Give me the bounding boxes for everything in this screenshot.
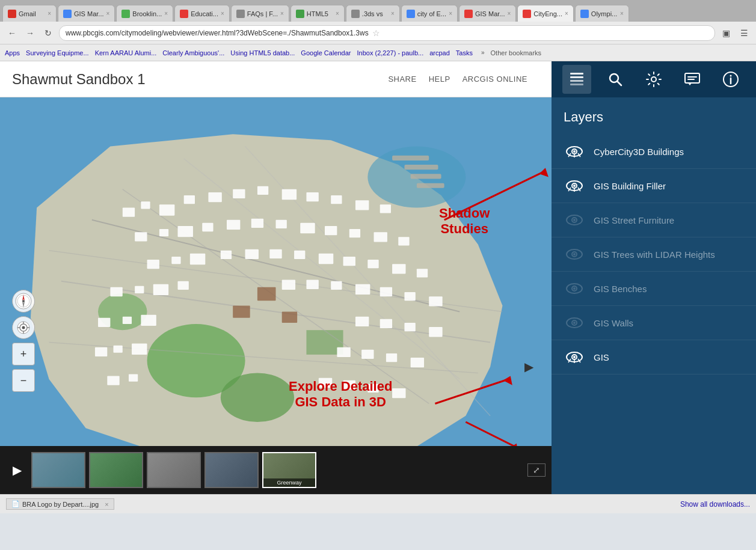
tab-icon-cityofe — [407, 10, 415, 18]
svg-point-137 — [573, 219, 576, 221]
layer-gis-trees[interactable]: GIS Trees with LIDAR Heights — [552, 237, 756, 272]
eye-icon-gis[interactable] — [564, 346, 585, 368]
svg-point-140 — [573, 253, 576, 255]
extensions-button[interactable]: ▣ — [719, 26, 733, 40]
tab-close-gismar2[interactable]: × — [505, 10, 511, 17]
tab-close-cityofe[interactable]: × — [446, 10, 452, 17]
layer-gis[interactable]: GIS — [552, 340, 756, 374]
settings-toolbar-button[interactable] — [639, 65, 668, 94]
bookmark-arcpad[interactable]: arcpad — [429, 49, 450, 57]
zoom-out-button[interactable]: − — [12, 369, 35, 392]
compass-button[interactable] — [12, 290, 35, 313]
flythrough-button[interactable] — [12, 316, 35, 339]
svg-rect-43 — [269, 249, 281, 258]
tab-close-brooklin[interactable]: × — [162, 10, 168, 17]
arcgis-link[interactable]: ARCGIS ONLINE — [463, 75, 527, 84]
tab-3dsvs[interactable]: .3ds vs × — [346, 5, 400, 22]
layer-name-gis-walls: GIS Walls — [594, 318, 633, 328]
map-area[interactable]: ShadowStudies Explore DetailedGIS Data i… — [0, 97, 552, 446]
eye-icon-gis-building-filler[interactable] — [564, 175, 585, 197]
bookmark-tasks[interactable]: Tasks — [456, 49, 473, 57]
menu-button[interactable]: ☰ — [737, 26, 751, 40]
tab-gismar2[interactable]: GIS Mar... × — [459, 5, 516, 22]
layer-gis-benches[interactable]: GIS Benches — [552, 272, 756, 306]
tab-close-gmail[interactable]: × — [45, 10, 51, 17]
play-button[interactable]: ▶ — [6, 459, 28, 481]
tab-close-html5[interactable]: × — [333, 10, 339, 17]
page-title: Shawmut Sandbox 1 — [12, 71, 388, 88]
layer-gis-walls[interactable]: GIS Walls — [552, 306, 756, 340]
zoom-in-button[interactable]: + — [12, 343, 35, 365]
tab-brooklin[interactable]: Brooklin... × — [116, 5, 173, 22]
thumbnail-2[interactable] — [89, 452, 143, 488]
svg-rect-18 — [208, 192, 221, 202]
tab-faqs[interactable]: FAQs | F... × — [231, 5, 289, 22]
svg-rect-52 — [153, 284, 168, 295]
download-file[interactable]: 📄 BRA Logo by Depart....jpg × — [6, 498, 114, 510]
eye-icon-gis-trees[interactable] — [564, 243, 585, 265]
svg-rect-26 — [135, 232, 147, 241]
svg-point-146 — [573, 322, 576, 324]
eye-icon-gis-benches[interactable] — [564, 278, 585, 299]
svg-rect-71 — [337, 347, 350, 357]
fullscreen-button[interactable]: ⤢ — [527, 463, 545, 477]
layers-toolbar-button[interactable] — [562, 65, 591, 94]
svg-rect-44 — [294, 251, 305, 259]
bookmark-inbox[interactable]: Inbox (2,227) - paulb... — [357, 49, 424, 57]
thumbnail-1[interactable] — [31, 452, 85, 488]
tab-close-olympi[interactable]: × — [618, 10, 624, 17]
svg-point-3 — [221, 373, 294, 422]
tab-cityeng[interactable]: CityEng... × — [517, 5, 574, 22]
tab-icon-educati — [180, 10, 188, 18]
tab-close-3dsvs[interactable]: × — [389, 10, 395, 17]
bookmark-other[interactable]: Other bookmarks — [491, 49, 541, 57]
tab-icon-cityeng — [523, 10, 531, 18]
refresh-button[interactable]: ↻ — [41, 26, 55, 40]
layer-gis-building-filler[interactable]: GIS Building Filler — [552, 169, 756, 203]
bookmark-apps[interactable]: Apps — [5, 49, 20, 57]
bookmarks-more[interactable]: » — [481, 49, 485, 56]
tab-close-educati[interactable]: × — [218, 10, 224, 17]
eye-icon-gis-street-furniture[interactable] — [564, 209, 585, 231]
bookmark-surveying[interactable]: Surveying Equipme... — [26, 49, 89, 57]
tab-gmail[interactable]: Gmail × — [2, 5, 57, 22]
bookmark-gcal[interactable]: Google Calendar — [301, 49, 351, 57]
thumbnail-3[interactable] — [147, 452, 201, 488]
tab-educati[interactable]: Educati... × — [174, 5, 230, 22]
svg-rect-112 — [570, 73, 583, 75]
tab-icon-faqs — [236, 10, 245, 18]
bookmark-html5[interactable]: Using HTML5 datab... — [230, 49, 295, 57]
search-toolbar-button[interactable] — [601, 65, 630, 94]
download-close-icon[interactable]: × — [105, 501, 108, 508]
bookmark-kern[interactable]: Kern AARAU Alumi... — [95, 49, 157, 57]
eye-icon-gis-walls[interactable] — [564, 312, 585, 334]
svg-rect-64 — [355, 317, 369, 326]
help-link[interactable]: HELP — [429, 75, 450, 84]
address-box[interactable]: www.pbcgis.com/citymodeling/webviewer/vi… — [59, 25, 715, 41]
tab-close-faqs[interactable]: × — [278, 10, 284, 17]
tab-close-gismar1[interactable]: × — [104, 10, 110, 17]
svg-rect-29 — [202, 223, 213, 231]
bookmark-star-icon[interactable]: ☆ — [372, 28, 380, 38]
tab-close-cityeng[interactable]: × — [562, 10, 568, 17]
share-link[interactable]: SHARE — [388, 75, 416, 84]
show-all-downloads-link[interactable]: Show all downloads... — [680, 500, 750, 509]
layer-cybercity3d[interactable]: CyberCity3D Buildings — [552, 135, 756, 169]
tab-olympi[interactable]: Olympi... × — [575, 5, 629, 22]
eye-icon-cybercity3d[interactable] — [564, 141, 585, 162]
thumbnail-4[interactable] — [204, 452, 259, 488]
info-toolbar-button[interactable] — [716, 65, 745, 94]
layer-gis-street-furniture[interactable]: GIS Street Furniture — [552, 203, 756, 237]
bookmark-clearly[interactable]: Clearly Ambiguous'... — [162, 49, 224, 57]
svg-rect-34 — [325, 226, 337, 235]
back-button[interactable]: ← — [5, 26, 19, 40]
svg-rect-48 — [392, 264, 405, 273]
tab-gismar1[interactable]: GIS Mar... × — [58, 5, 115, 22]
forward-button[interactable]: → — [23, 26, 37, 40]
tab-cityofe[interactable]: city of E... × — [401, 5, 458, 22]
tab-html5[interactable]: HTML5 × — [290, 5, 345, 22]
svg-rect-37 — [398, 237, 409, 245]
tab-icon-gmail — [8, 10, 16, 18]
thumbnail-5-greenway[interactable]: Greenway — [262, 452, 316, 488]
comment-toolbar-button[interactable] — [678, 65, 707, 94]
